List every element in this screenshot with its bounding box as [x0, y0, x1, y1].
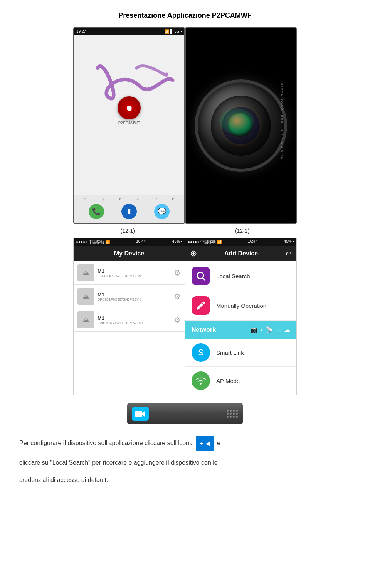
- gear-icon[interactable]: ⚙: [174, 268, 181, 277]
- add-device-status-bar: ●●●●○ 中国移动 📶 16:44 45% ▪: [185, 238, 296, 246]
- toolbar-image-area: [15, 403, 355, 424]
- my-device-nav: My Device: [74, 246, 185, 261]
- description-paragraph-3: credenziali di accesso di default.: [19, 475, 351, 486]
- caption-left: (12-1): [121, 228, 135, 234]
- status-time: 19:27: [76, 29, 86, 34]
- device-row[interactable]: ⛰ M1 FV8T81RY1W6FSNPPWZM1 ⚙: [74, 308, 185, 332]
- smart-link-label: Smart Link: [216, 349, 244, 356]
- smart-link-icon: S: [192, 343, 210, 362]
- svg-rect-3: [135, 411, 142, 417]
- ap-mode-item[interactable]: AP Mode: [185, 367, 296, 395]
- cloud-icon: ☁: [284, 326, 290, 333]
- toolbar-bar: [127, 403, 243, 424]
- add-device-inline-button: + ◀: [196, 436, 214, 451]
- mountain-icon: ⛰: [82, 269, 89, 277]
- device-id: FL4TADR6JW6ZUNPPSZW1: [98, 274, 171, 278]
- description-text-1: Per configurare il dispositivo sull'appl…: [19, 440, 193, 446]
- device-id: FV8T81RY1W6FSNPPWZM1: [98, 321, 171, 325]
- smart-link-item[interactable]: S Smart Link: [185, 339, 296, 367]
- gear-icon[interactable]: ⚙: [174, 315, 181, 324]
- phone-screenshot-left: 19:27 📶 ▋ 5G ▪ P2PCAMWF A △ B C D E: [73, 27, 185, 224]
- bottom-icon-row: 📞 ⏸ 💬: [76, 202, 182, 221]
- add-device-carrier: ●●●●○ 中国移动 📶: [188, 239, 222, 245]
- device-row[interactable]: ⛰ M1 DR89B1P6CJ67SN6PSZY J ⚙: [74, 285, 185, 308]
- camera-image-right: RICOH ZOOM LENS 1:3.5-5.6 4.5-56: [185, 27, 297, 224]
- dots-grid: [227, 410, 238, 418]
- device-avatar: ⛰: [77, 264, 94, 281]
- add-device-battery: 45% ▪: [284, 239, 294, 245]
- plus-icon: +: [260, 327, 263, 333]
- phone-bottom-bar: A △ B C D E 📞 ⏸ 💬: [74, 195, 184, 223]
- return-icon[interactable]: ↩: [285, 249, 292, 258]
- manually-operation-item[interactable]: Manually Operation: [185, 291, 296, 321]
- back-icon[interactable]: ⊕: [190, 249, 197, 259]
- network-icons: 📷 + 📡 — ☁: [250, 326, 290, 333]
- gear-icon[interactable]: ⚙: [174, 292, 181, 301]
- my-device-time: 16:44: [136, 239, 146, 245]
- app-icon: [118, 96, 141, 119]
- local-search-item[interactable]: Local Search: [185, 261, 296, 291]
- top-images-row: 19:27 📶 ▋ 5G ▪ P2PCAMWF A △ B C D E: [15, 27, 355, 224]
- device-name: M1: [98, 292, 171, 297]
- description-text: Per configurare il dispositivo sull'appl…: [15, 436, 355, 486]
- svg-line-1: [203, 278, 205, 280]
- mountain-icon: ⛰: [82, 292, 89, 301]
- caption-right: (12-2): [235, 228, 249, 234]
- add-device-header: ⊕ Add Device ↩: [185, 246, 296, 261]
- my-device-panel: ●●●●○ 中国移动 📶 16:44 45% ▪ My Device ⛰ M1 …: [73, 238, 185, 395]
- device-list: ⛰ M1 FL4TADR6JW6ZUNPPSZW1 ⚙ ⛰ M1 DR89B1P…: [74, 261, 185, 332]
- camera-icon: 📷: [250, 326, 258, 333]
- my-device-carrier: ●●●●○ 中国移动 📶: [76, 239, 110, 245]
- camera-lens: [195, 79, 287, 172]
- phone-status-bar: 19:27 📶 ▋ 5G ▪: [74, 28, 184, 35]
- svg-point-2: [200, 383, 202, 385]
- app-screenshots-row: ●●●●○ 中国移动 📶 16:44 45% ▪ My Device ⛰ M1 …: [15, 238, 355, 395]
- device-info: M1 FL4TADR6JW6ZUNPPSZW1: [98, 268, 171, 278]
- mountain-icon: ⛰: [82, 316, 89, 324]
- chat-icon: 💬: [154, 204, 170, 219]
- local-search-label: Local Search: [216, 273, 250, 279]
- inline-plus-icon: +: [200, 437, 204, 450]
- network-label: Network: [192, 326, 216, 333]
- device-id: DR89B1P6CJ67SN6PSZY J: [98, 297, 171, 301]
- device-name: M1: [98, 315, 171, 321]
- app-logo-area: P2PCAMWF: [118, 96, 141, 125]
- add-device-title: Add Device: [224, 250, 258, 257]
- pause-icon: ⏸: [121, 204, 137, 219]
- search-icon: [192, 267, 210, 285]
- toolbar-video-icon: [132, 407, 149, 421]
- dash-icon: —: [276, 326, 282, 333]
- device-info: M1 FV8T81RY1W6FSNPPWZM1: [98, 315, 171, 325]
- letter-row: A △ B C D E: [76, 197, 182, 201]
- page-title: Presentazione Applicazione P2PCAMWF: [15, 12, 355, 20]
- phone-content: P2PCAMWF: [74, 35, 184, 195]
- my-device-battery: 45% ▪: [172, 239, 182, 245]
- device-name: M1: [98, 268, 171, 274]
- my-device-status-bar: ●●●●○ 中国移动 📶 16:44 45% ▪: [74, 238, 185, 246]
- status-signal: 📶 ▋ 5G ▪: [165, 29, 182, 34]
- camera-lens-container: RICOH ZOOM LENS 1:3.5-5.6 4.5-56: [195, 79, 287, 172]
- manually-operation-label: Manually Operation: [216, 302, 266, 309]
- ap-mode-label: AP Mode: [216, 378, 240, 384]
- edit-icon: [192, 296, 210, 315]
- description-paragraph-1: Per configurare il dispositivo sull'appl…: [19, 436, 351, 451]
- description-paragraph-2: cliccare su "Local Search" per ricercare…: [19, 457, 351, 469]
- network-section: Network 📷 + 📡 — ☁: [185, 321, 296, 339]
- captions-row: (12-1) (12-2): [15, 228, 355, 234]
- inline-cam-icon: ◀: [205, 438, 210, 449]
- ap-mode-icon: [192, 371, 210, 390]
- app-name-label: P2PCAMWF: [118, 121, 140, 125]
- add-device-time: 16:44: [248, 239, 257, 245]
- my-device-title: My Device: [114, 250, 144, 257]
- device-row[interactable]: ⛰ M1 FL4TADR6JW6ZUNPPSZW1 ⚙: [74, 261, 185, 285]
- device-info: M1 DR89B1P6CJ67SN6PSZY J: [98, 292, 171, 301]
- device-avatar: ⛰: [77, 288, 94, 305]
- router-icon: 📡: [266, 326, 273, 333]
- device-avatar: ⛰: [77, 311, 94, 328]
- lens-text: RICOH ZOOM LENS 1:3.5-5.6 4.5-56: [280, 83, 283, 160]
- phone-icon: 📞: [89, 204, 104, 219]
- description-text-1-end: e: [217, 440, 220, 446]
- toolbar-dots: [153, 410, 238, 418]
- add-device-panel: ●●●●○ 中国移动 📶 16:44 45% ▪ ⊕ Add Device ↩ …: [185, 238, 297, 395]
